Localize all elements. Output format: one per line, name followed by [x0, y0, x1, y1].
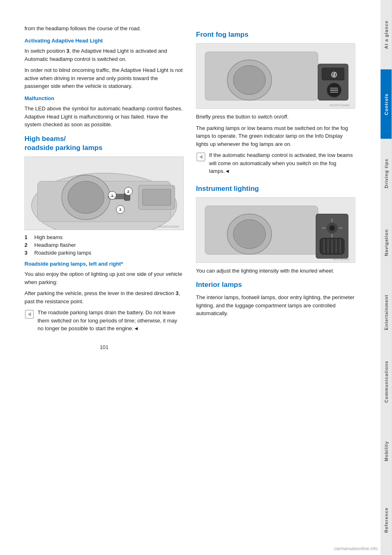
high-beams-image: 1 2 3 W1AYH1GAN [24, 157, 184, 230]
list-item-3: 3 Roadside parking lamps [24, 250, 184, 256]
intro-text: from the headlamp follows the course of … [24, 25, 184, 33]
interior-heading: Interior lamps [196, 280, 355, 289]
main-content: from the headlamp follows the course of … [0, 0, 381, 555]
note-icon [24, 309, 34, 319]
left-column: from the headlamp follows the course of … [24, 25, 184, 530]
svg-point-36 [233, 219, 265, 248]
roadside-p2: After parking the vehicle, press the lev… [24, 289, 184, 305]
list-label-1: High beams [34, 234, 62, 240]
roadside-note-text: The roadside parking lamps drain the bat… [38, 309, 184, 333]
instrument-heading: Instrument lighting [196, 184, 355, 193]
instrument-p1: You can adjust the lighting intensity wi… [196, 267, 355, 275]
malfunction-text: The LED above the symbol for automatic h… [24, 105, 184, 129]
fog-note-box: If the automatic headlamp control is act… [196, 151, 355, 179]
bottom-logo: carmanualsonline.info [334, 546, 378, 551]
sidebar-tab-controls[interactable]: Controls [381, 69, 392, 139]
high-beams-heading: High beams/roadside parking lamps [24, 134, 184, 152]
page-number: 101 [24, 344, 184, 354]
sidebar-tab-communications[interactable]: Communications [381, 347, 392, 416]
roadside-note-box: The roadside parking lamps drain the bat… [24, 309, 184, 336]
right-column: Front fog lamps [196, 25, 355, 530]
malfunction-heading: Malfunction [24, 94, 184, 103]
page-container: from the headlamp follows the course of … [0, 0, 392, 555]
list-item-1: 1 High beams [24, 234, 184, 240]
list-label-3: Roadside parking lamps [34, 250, 91, 256]
sidebar-tab-mobility[interactable]: Mobility [381, 416, 392, 486]
activating-p1: In switch position 3, the Adaptive Head … [24, 47, 184, 63]
sidebar-tab-at-a-glance[interactable]: At a glance [381, 0, 392, 69]
sidebar-tab-entertainment[interactable]: Entertainment [381, 278, 392, 347]
instrument-image: W1FI4GAN [196, 197, 355, 263]
fog-p1: Briefly press the button to switch on/of… [196, 113, 355, 121]
svg-text:W1AYH1GAN: W1AYH1GAN [159, 225, 179, 228]
svg-rect-15 [143, 189, 171, 206]
front-fog-heading: Front fog lamps [196, 30, 355, 39]
interior-p1: The interior lamps, footwell lamps, door… [196, 293, 355, 318]
sidebar-tab-driving-tips[interactable]: Driving tips [381, 139, 392, 208]
svg-point-45 [329, 225, 335, 231]
list-label-2: Headlamp flasher [34, 242, 76, 248]
list-item-2: 2 Headlamp flasher [24, 242, 184, 248]
svg-text:ⓓ: ⓓ [331, 72, 337, 78]
sidebar-tab-navigation[interactable]: Navigation [381, 208, 392, 278]
fog-p2: The parking lamps or low beams must be s… [196, 124, 355, 148]
list-number-2: 2 [24, 242, 31, 248]
sidebar: At a glance Controls Driving tips Naviga… [381, 0, 392, 555]
svg-point-4 [68, 181, 104, 213]
activating-heading: Activating Adaptive Head Light [24, 37, 184, 45]
svg-text:1: 1 [111, 193, 114, 198]
roadside-p1: You also enjoy the option of lighting up… [24, 270, 184, 286]
svg-text:W1SFV1GAN: W1SFV1GAN [330, 103, 350, 107]
sidebar-tab-reference[interactable]: Reference [381, 486, 392, 555]
svg-text:3: 3 [119, 207, 122, 212]
svg-point-22 [233, 65, 265, 94]
activating-p2: In order not to blind oncoming traffic, … [24, 66, 184, 90]
list-number-3: 3 [24, 250, 31, 256]
fog-note-icon [196, 152, 206, 162]
fog-note-text: If the automatic headlamp control is act… [209, 151, 355, 175]
front-fog-image: ⓓ W1SFV1GAN [196, 43, 355, 109]
svg-marker-18 [28, 312, 31, 316]
svg-text:2: 2 [127, 189, 130, 194]
svg-text:W1FI4GAN: W1FI4GAN [333, 257, 350, 261]
svg-marker-32 [199, 155, 203, 159]
list-number-1: 1 [24, 234, 31, 240]
roadside-heading: Roadside parking lamps, left and right* [24, 260, 184, 268]
